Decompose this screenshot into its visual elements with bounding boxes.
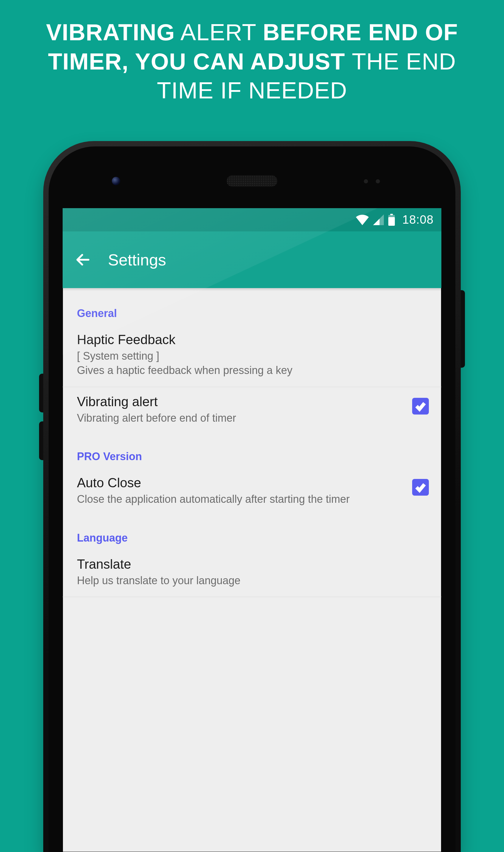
- headline-part: ALERT: [175, 19, 263, 45]
- phone-volume-down: [39, 421, 43, 460]
- phone-speaker: [227, 175, 277, 187]
- wifi-icon: [356, 214, 369, 225]
- phone-sensor: [364, 179, 368, 183]
- setting-subtitle: Vibrating alert before end of timer: [77, 411, 412, 425]
- phone-screen: 18:08 Settings General Haptic Feedback […: [62, 208, 442, 852]
- svg-rect-1: [388, 217, 395, 225]
- status-time: 18:08: [402, 213, 434, 226]
- promo-headline: VIBRATING ALERT BEFORE END OF TIMER, YOU…: [25, 18, 479, 105]
- setting-haptic-feedback[interactable]: Haptic Feedback [ System setting ]Gives …: [62, 325, 442, 387]
- appbar-title: Settings: [108, 251, 166, 269]
- svg-rect-2: [390, 214, 393, 215]
- setting-title: Haptic Feedback: [77, 332, 429, 347]
- checkbox-vibrating-alert[interactable]: [412, 398, 429, 415]
- checkbox-auto-close[interactable]: [412, 479, 429, 496]
- status-bar: 18:08: [62, 208, 442, 231]
- section-header-general: General: [62, 291, 442, 325]
- setting-title: Auto Close: [77, 475, 412, 490]
- phone-volume-up: [39, 374, 43, 413]
- setting-vibrating-alert[interactable]: Vibrating alert Vibrating alert before e…: [62, 387, 442, 435]
- setting-translate[interactable]: Translate Help us translate to your lang…: [62, 550, 442, 597]
- settings-list[interactable]: General Haptic Feedback [ System setting…: [62, 291, 442, 609]
- setting-title: Translate: [77, 557, 429, 572]
- setting-subtitle: [ System setting ]Gives a haptic feedbac…: [77, 349, 429, 378]
- section-header-language: Language: [62, 515, 442, 550]
- back-button[interactable]: [75, 251, 91, 268]
- setting-subtitle: Help us translate to your language: [77, 574, 429, 588]
- setting-auto-close[interactable]: Auto Close Close the application automat…: [62, 468, 442, 515]
- phone-sensor: [376, 179, 380, 183]
- app-bar: Settings: [62, 231, 442, 288]
- phone-power-button: [461, 290, 465, 368]
- cell-signal-icon: [373, 214, 384, 225]
- phone-camera: [112, 177, 120, 185]
- headline-part: VIBRATING: [46, 19, 175, 45]
- setting-subtitle: Close the application automatically afte…: [77, 492, 412, 507]
- phone-mockup: 18:08 Settings General Haptic Feedback […: [43, 141, 461, 852]
- battery-icon: [388, 214, 395, 226]
- setting-title: Vibrating alert: [77, 394, 412, 409]
- headline-part: YOU CAN ADJUST: [128, 48, 352, 75]
- section-header-pro: PRO Version: [62, 434, 442, 468]
